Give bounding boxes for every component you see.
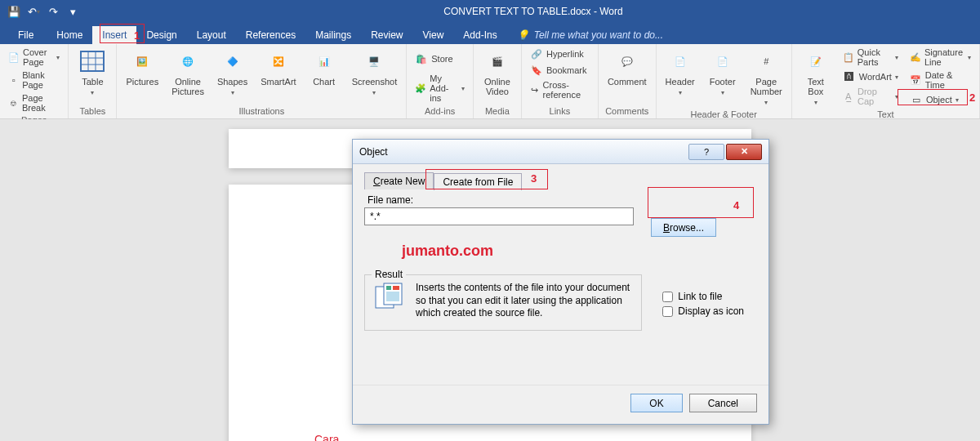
table-icon — [79, 48, 105, 74]
quick-access-toolbar: 💾 ↶ ↷ ▾ — [0, 2, 87, 20]
group-pages: 📄Cover Page ▫Blank Page ⎊Page Break Page… — [0, 44, 69, 118]
comment-icon: 💬 — [614, 48, 640, 74]
tell-me-search[interactable]: 💡 Tell me what you want to do... — [517, 29, 663, 44]
tab-design[interactable]: Design — [136, 26, 186, 44]
dialog-close-button[interactable]: ✕ — [726, 144, 762, 160]
dialog-titlebar: Object ? ✕ — [353, 140, 768, 164]
group-header-footer: 📄Header 📄Footer #Page Number Header & Fo… — [657, 44, 792, 118]
undo-button[interactable]: ↶ — [24, 2, 42, 20]
screenshot-icon: 🖥️ — [361, 48, 387, 74]
callout-number-4: 4 — [733, 199, 739, 212]
wordart-button[interactable]: 🅰WordArt — [841, 69, 900, 84]
group-label-comments: Comments — [605, 105, 649, 118]
cross-reference-button[interactable]: ↪Cross-reference — [528, 79, 591, 100]
file-name-label: File name: — [368, 194, 757, 206]
group-label-links: Links — [528, 105, 591, 118]
blank-page-button[interactable]: ▫Blank Page — [7, 69, 61, 91]
drop-cap-button[interactable]: A̲Drop Cap — [841, 86, 900, 107]
tab-file[interactable]: File — [5, 26, 47, 44]
smartart-button[interactable]: 🔀SmartArt — [258, 47, 298, 88]
cancel-button[interactable]: Cancel — [689, 394, 757, 412]
tab-view[interactable]: View — [413, 26, 454, 44]
online-pictures-button[interactable]: 🌐Online Pictures — [169, 47, 207, 98]
header-icon: 📄 — [667, 48, 693, 74]
group-label-addins: Add-ins — [413, 105, 466, 118]
qat-customize-icon[interactable]: ▾ — [64, 2, 82, 20]
table-button[interactable]: Table — [75, 47, 109, 98]
cover-page-button[interactable]: 📄Cover Page — [7, 47, 61, 68]
comment-button[interactable]: 💬Comment — [605, 47, 649, 88]
callout-number-2: 2 — [969, 91, 975, 104]
browse-button[interactable]: Browse... — [651, 218, 716, 237]
result-fieldset: Result Inserts the contents of the file … — [364, 274, 642, 331]
tab-home[interactable]: Home — [47, 26, 92, 44]
group-comments: 💬Comment Comments — [599, 44, 657, 118]
watermark-text: jumanto.com — [402, 243, 493, 260]
group-media: 🎬Online Video Media — [474, 44, 522, 118]
online-video-button[interactable]: 🎬Online Video — [480, 47, 514, 98]
group-label-media: Media — [480, 105, 514, 118]
callout-number-1: 1 — [134, 29, 140, 42]
link-to-file-checkbox[interactable]: Link to file — [662, 291, 744, 302]
tab-create-from-file[interactable]: Create from File — [434, 173, 522, 190]
dialog-title: Object — [359, 146, 388, 158]
svg-rect-7 — [386, 286, 391, 290]
header-button[interactable]: 📄Header — [663, 47, 697, 98]
pictures-icon: 🖼️ — [129, 48, 155, 74]
hyperlink-button[interactable]: 🔗Hyperlink — [528, 47, 591, 61]
svg-rect-8 — [393, 286, 399, 290]
tab-layout[interactable]: Layout — [187, 26, 236, 44]
result-legend: Result — [372, 269, 406, 280]
screenshot-button[interactable]: 🖥️Screenshot — [350, 47, 400, 98]
quick-parts-button[interactable]: 📋Quick Parts — [841, 47, 900, 68]
my-addins-button[interactable]: 🧩My Add-ins — [413, 73, 466, 104]
page-number-icon: # — [753, 48, 779, 74]
ok-button[interactable]: OK — [630, 394, 682, 412]
blank-page-icon: ▫ — [8, 74, 19, 87]
tab-mailings[interactable]: Mailings — [305, 26, 361, 44]
pictures-button[interactable]: 🖼️Pictures — [123, 47, 161, 88]
footer-button[interactable]: 📄Footer — [706, 47, 740, 98]
smartart-icon: 🔀 — [265, 48, 292, 74]
wordart-icon: 🅰 — [843, 70, 856, 83]
bookmark-button[interactable]: 🔖Bookmark — [528, 63, 591, 78]
video-icon: 🎬 — [484, 48, 510, 74]
redo-button[interactable]: ↷ — [44, 2, 62, 20]
date-time-button[interactable]: 📅Date & Time — [908, 69, 973, 91]
text-box-icon: 📝 — [803, 48, 829, 74]
file-name-input[interactable] — [364, 207, 634, 225]
object-button[interactable]: ▭Object — [908, 92, 973, 107]
dialog-help-button[interactable]: ? — [688, 144, 724, 160]
chart-button[interactable]: 📊Chart — [307, 47, 341, 88]
save-button[interactable]: 💾 — [5, 2, 23, 20]
lightbulb-icon: 💡 — [517, 29, 529, 41]
object-dialog: Object ? ✕ CCreate Newreate New Create f… — [352, 139, 769, 425]
online-pictures-icon: 🌐 — [175, 48, 201, 74]
page-break-icon: ⎊ — [8, 96, 19, 109]
page-break-button[interactable]: ⎊Page Break — [7, 92, 61, 114]
signature-line-button[interactable]: ✍Signature Line — [908, 47, 973, 68]
my-addins-icon: 🧩 — [415, 82, 426, 95]
tab-addins[interactable]: Add-Ins — [453, 26, 506, 44]
display-as-icon-checkbox[interactable]: Display as icon — [662, 305, 744, 317]
ribbon-tabs: File Home Insert Design Layout Reference… — [0, 23, 980, 44]
page-number-button[interactable]: #Page Number — [748, 47, 785, 108]
tab-references[interactable]: References — [236, 26, 305, 44]
group-label-illustrations: Illustrations — [123, 105, 399, 118]
svg-rect-0 — [81, 51, 104, 71]
svg-rect-9 — [386, 292, 399, 301]
group-text: 📝Text Box 📋Quick Parts 🅰WordArt A̲Drop C… — [792, 44, 980, 118]
cross-reference-icon: ↪ — [530, 83, 540, 96]
shapes-button[interactable]: 🔷Shapes — [215, 47, 250, 98]
result-text: Inserts the contents of the file into yo… — [416, 282, 633, 320]
tab-insert[interactable]: Insert — [92, 26, 136, 44]
text-box-button[interactable]: 📝Text Box — [799, 47, 833, 108]
tell-me-placeholder: Tell me what you want to do... — [534, 29, 663, 41]
partial-text-cara: Cara — [314, 433, 339, 441]
tab-create-new[interactable]: CCreate Newreate New — [364, 172, 434, 189]
group-label-tables: Tables — [75, 105, 109, 118]
tab-review[interactable]: Review — [361, 26, 412, 44]
ribbon-body: 📄Cover Page ▫Blank Page ⎊Page Break Page… — [0, 44, 980, 119]
store-button[interactable]: 🛍️Store — [413, 51, 466, 66]
signature-icon: ✍ — [910, 51, 921, 64]
